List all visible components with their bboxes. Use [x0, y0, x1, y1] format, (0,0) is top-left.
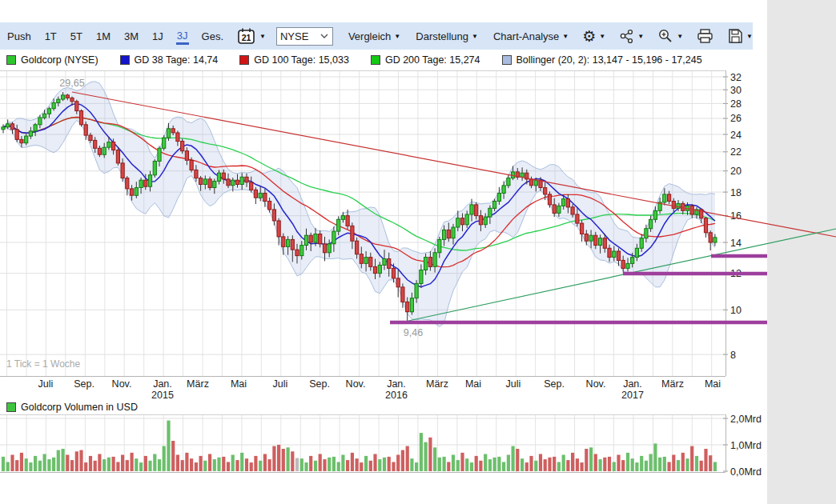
timeframe-button-1m[interactable]: 1M	[95, 29, 111, 44]
svg-text:30: 30	[730, 85, 742, 96]
menu-label: Vergleich	[348, 30, 391, 42]
chart-legend: Goldcorp (NYSE)GD 38 Tage: 14,74GD 100 T…	[0, 50, 767, 70]
svg-text:22: 22	[730, 146, 742, 158]
menu-label: Chart-Analyse	[493, 30, 559, 42]
svg-text:2015: 2015	[151, 390, 174, 401]
svg-text:20: 20	[730, 166, 742, 177]
svg-text:26: 26	[730, 113, 742, 124]
printer-icon	[697, 28, 713, 44]
volume-legend: Goldcorp Volumen in USD	[0, 401, 138, 414]
select-chevron-icon	[320, 32, 329, 40]
tools-button[interactable]: ▼	[619, 29, 644, 44]
svg-text:Nov.: Nov.	[346, 378, 366, 390]
svg-text:Juli: Juli	[506, 378, 521, 390]
volume-legend-swatch	[6, 402, 16, 412]
menu-label: Darstellung	[416, 30, 468, 42]
chart-application-window: { "toolbar": { "buttons": ["Push","1T","…	[0, 0, 836, 504]
svg-text:8: 8	[730, 350, 736, 361]
svg-text:9,46: 9,46	[404, 327, 423, 338]
svg-text:Jan.: Jan.	[623, 378, 642, 390]
svg-text:Jan.: Jan.	[387, 378, 406, 390]
legend-item: Bollinger (20, 2): 13,147 - 15,196 - 17,…	[502, 54, 702, 66]
svg-text:18: 18	[730, 187, 742, 198]
share-icon	[619, 29, 634, 44]
legend-label: GD 38 Tage: 14,74	[135, 54, 219, 66]
svg-text:0,0Mrd: 0,0Mrd	[730, 466, 762, 478]
timeframe-button-push[interactable]: Push	[6, 29, 32, 44]
svg-text:10: 10	[730, 305, 742, 316]
exchange-select-value: NYSE	[280, 30, 308, 42]
svg-text:Jan.: Jan.	[153, 378, 172, 390]
legend-label: GD 100 Tage: 15,033	[254, 54, 349, 66]
chevron-down-icon: ▼	[677, 33, 683, 40]
svg-text:März: März	[661, 378, 684, 390]
svg-text:März: März	[187, 378, 209, 390]
chevron-down-icon: ▼	[599, 33, 605, 40]
settings-button[interactable]: ⚙ ▼	[582, 29, 605, 44]
exchange-select[interactable]: NYSE	[276, 27, 333, 46]
svg-text:Sep.: Sep.	[74, 378, 94, 390]
svg-text:24: 24	[730, 130, 742, 141]
svg-text:Sep.: Sep.	[544, 378, 565, 390]
chevron-down-icon: ▼	[637, 33, 644, 40]
svg-text:Nov.: Nov.	[112, 378, 132, 390]
calendar-icon: 21	[237, 27, 256, 45]
legend-item: Goldcorp (NYSE)	[6, 54, 98, 66]
legend-label: GD 200 Tage: 15,274	[385, 54, 480, 66]
svg-text:2016: 2016	[385, 390, 408, 401]
svg-text:2,0Mrd: 2,0Mrd	[730, 414, 762, 425]
svg-text:Nov.: Nov.	[586, 378, 606, 390]
timeframe-button-ges[interactable]: Ges.	[201, 29, 224, 44]
toolbar: Push1T5T1M3M1J3JGes. 21 ▼ NYSE Vergleich…	[0, 22, 753, 50]
timeframe-button-3m[interactable]: 3M	[123, 29, 139, 44]
calendar-button[interactable]: 21 ▼	[237, 27, 266, 45]
volume-legend-label: Goldcorp Volumen in USD	[21, 402, 138, 413]
timeframe-button-1t[interactable]: 1T	[44, 29, 58, 44]
save-icon	[727, 28, 743, 44]
timeframe-button-5t[interactable]: 5T	[70, 29, 83, 44]
save-button[interactable]: ▼	[727, 28, 753, 44]
svg-text:16: 16	[730, 210, 742, 222]
chevron-down-icon: ▼	[472, 33, 478, 40]
print-button[interactable]	[697, 28, 713, 44]
menu-chart-analyse[interactable]: Chart-Analyse▼	[493, 30, 569, 42]
svg-text:1,0Mrd: 1,0Mrd	[730, 440, 762, 451]
legend-swatch	[120, 55, 130, 65]
svg-text:14: 14	[730, 238, 742, 249]
legend-item: GD 100 Tage: 15,033	[239, 54, 349, 66]
menu-vergleich[interactable]: Vergleich▼	[348, 30, 400, 42]
svg-text:28: 28	[730, 98, 742, 110]
timeframe-buttons: Push1T5T1M3M1J3JGes.	[0, 28, 224, 45]
svg-text:Mai: Mai	[231, 378, 247, 390]
main-chart-canvas[interactable]: 81012141618202224262830322,0Mrd1,0Mrd0,0…	[0, 0, 836, 504]
svg-text:Mai: Mai	[465, 378, 481, 390]
svg-text:29,65: 29,65	[59, 78, 84, 89]
svg-text:Mai: Mai	[705, 378, 721, 390]
zoom-icon	[657, 28, 673, 44]
svg-text:2017: 2017	[621, 390, 644, 401]
menu-darstellung[interactable]: Darstellung▼	[416, 30, 478, 42]
legend-swatch	[371, 55, 380, 65]
svg-text:März: März	[426, 378, 448, 390]
legend-item: GD 38 Tage: 14,74	[120, 54, 219, 66]
svg-text:Sep.: Sep.	[309, 378, 330, 390]
timeframe-button-3j[interactable]: 3J	[176, 28, 189, 45]
legend-swatch	[239, 55, 249, 65]
calendar-value: 21	[242, 33, 251, 42]
svg-text:Juli: Juli	[273, 378, 288, 390]
svg-text:Juli: Juli	[38, 378, 54, 390]
zoom-button[interactable]: ▼	[657, 28, 683, 44]
gear-icon: ⚙	[582, 29, 596, 44]
chevron-down-icon: ▼	[562, 33, 569, 40]
chevron-down-icon: ▼	[394, 33, 400, 40]
legend-item: GD 200 Tage: 15,274	[371, 54, 480, 66]
svg-text:32: 32	[730, 72, 742, 83]
legend-label: Bollinger (20, 2): 13,147 - 15,196 - 17,…	[516, 54, 702, 66]
chevron-down-icon: ▼	[259, 33, 266, 40]
legend-swatch	[502, 55, 512, 65]
toolbar-menus: Vergleich▼Darstellung▼Chart-Analyse▼	[333, 30, 569, 42]
legend-label: Goldcorp (NYSE)	[21, 54, 98, 66]
timeframe-button-1j[interactable]: 1J	[151, 29, 164, 44]
svg-text:1 Tick = 1 Woche: 1 Tick = 1 Woche	[6, 358, 80, 370]
chevron-down-icon: ▼	[746, 33, 753, 40]
